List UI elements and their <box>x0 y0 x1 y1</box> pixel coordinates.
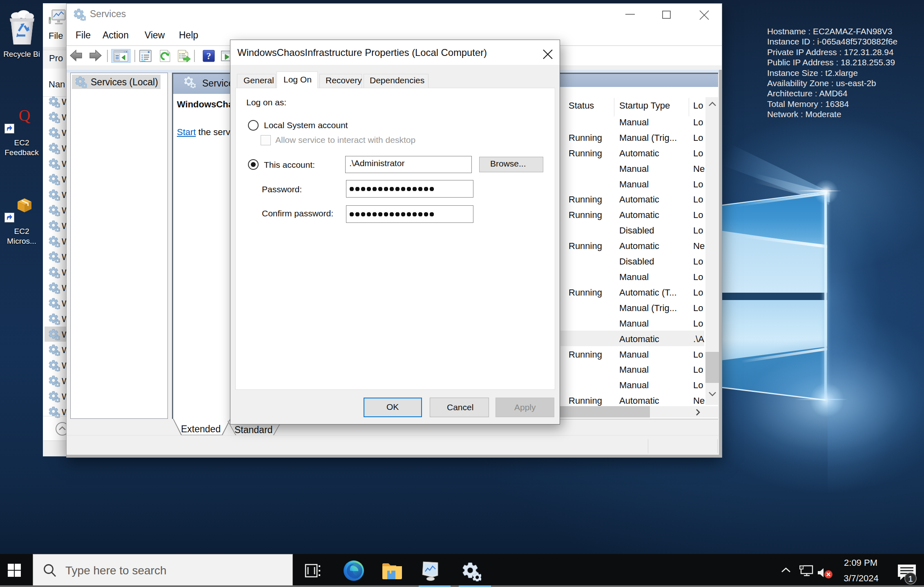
svg-text:?: ? <box>206 51 211 61</box>
svg-text:1: 1 <box>908 574 913 583</box>
